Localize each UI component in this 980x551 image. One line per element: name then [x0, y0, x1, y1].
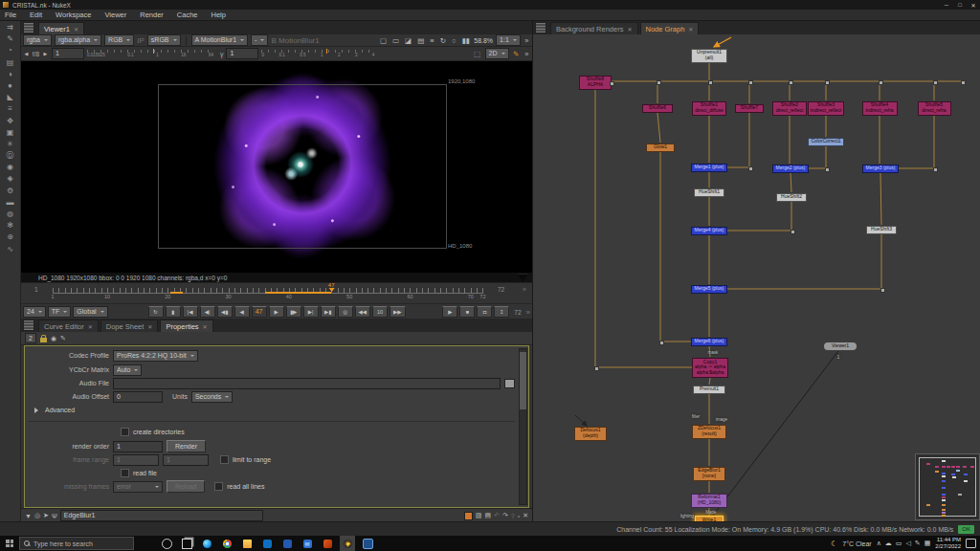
create-directories-checkbox[interactable] — [121, 428, 129, 436]
advanced-label[interactable]: Advanced — [45, 407, 75, 413]
node-glow1[interactable]: Glow1 — [646, 143, 675, 152]
display-mode-select[interactable]: RGB — [104, 34, 134, 46]
mail-icon[interactable]: ✉ — [300, 536, 315, 551]
toolsets-icon[interactable]: ⚙ — [7, 187, 13, 195]
edit-pencil-icon[interactable]: ✎ — [60, 335, 66, 342]
properties-scrollbar[interactable] — [519, 348, 527, 505]
node-shuffle1[interactable]: Shuffle1direct_diffuse — [692, 101, 726, 116]
step-forward-button[interactable]: ▮▶ — [286, 306, 301, 318]
merge-icon[interactable]: ≡ — [8, 104, 12, 113]
fps-select[interactable]: 24 — [23, 306, 46, 318]
close-panel-icon[interactable]: ✕ — [523, 512, 528, 519]
wave-icon[interactable]: ∿ — [7, 245, 13, 253]
maximize-button[interactable]: □ — [953, 2, 967, 9]
branch-icon[interactable]: Ψ — [52, 513, 57, 519]
close-icon[interactable]: ✕ — [203, 323, 208, 330]
layers-icon[interactable]: ▤ — [416, 36, 426, 45]
frame-increment-field[interactable]: 10 — [372, 306, 388, 318]
gain-field[interactable]: 1 — [52, 48, 84, 59]
menu-workspace[interactable]: Workspace — [56, 11, 91, 19]
file-explorer-icon[interactable] — [239, 536, 255, 551]
last-frame-button[interactable]: ▶▮ — [321, 306, 336, 318]
collapse-triangle-icon[interactable]: ▼ — [25, 513, 32, 519]
next-aperture-icon[interactable]: ▶ — [42, 51, 49, 56]
viewer-image-area[interactable]: 1920,1080 HD_1080 — [21, 61, 532, 273]
menu-viewer[interactable]: Viewer — [104, 11, 126, 19]
range-button[interactable]: ▮ — [166, 306, 181, 318]
node-merge5[interactable]: Merge5 (plus) — [691, 285, 727, 294]
eye-icon[interactable]: ◉ — [51, 335, 56, 342]
touch-keyboard-icon[interactable]: ▦ — [924, 540, 931, 547]
cortana-icon[interactable] — [159, 536, 174, 551]
minimize-button[interactable]: ─ — [940, 2, 953, 9]
current-frame-field[interactable]: 47 — [252, 306, 267, 318]
panel-menu-icon[interactable] — [23, 22, 34, 33]
b-input-select[interactable]: B MotionBlur1 — [271, 36, 319, 45]
night-light-icon[interactable]: ☾ — [831, 540, 837, 548]
plugin-icon[interactable]: ⊕ — [7, 232, 13, 241]
advanced-expander-icon[interactable] — [34, 408, 41, 413]
skip-back-button[interactable]: ◀◀ — [355, 306, 370, 318]
limit-to-range-checkbox[interactable] — [220, 455, 229, 464]
lock-icon[interactable] — [40, 338, 47, 342]
prev-aperture-icon[interactable]: ◀ — [23, 51, 30, 56]
close-icon[interactable]: ✕ — [74, 26, 78, 33]
play-forward-button[interactable]: ▶ — [269, 306, 284, 318]
tab-background-renders[interactable]: Background Renders✕ — [550, 22, 638, 34]
menu-render[interactable]: Render — [140, 11, 164, 19]
pause-icon[interactable]: ▮▮ — [460, 36, 471, 45]
node-shuffle4[interactable]: Shuffle4indirect_refra — [862, 101, 898, 116]
open-panels-count[interactable]: 2 — [25, 333, 36, 343]
node-copy1[interactable]: Copy1alpha -> alphaalpha:$alpha — [692, 358, 728, 378]
start-button[interactable] — [0, 536, 19, 551]
tab-viewer1[interactable]: Viewer1 ✕ — [38, 22, 84, 34]
range-scope-select[interactable]: Global — [73, 306, 107, 318]
deep-icon[interactable]: Ⓓ — [7, 151, 14, 160]
render-order-field[interactable]: 1 — [113, 441, 163, 452]
gain-slider[interactable]: 0.0156250.111664 — [87, 49, 213, 59]
menu-edit[interactable]: Edit — [30, 11, 42, 19]
float-panel-icon[interactable]: ▫ — [518, 513, 520, 519]
node-edgeblur1[interactable]: EdgeBlur1[none] — [693, 467, 725, 481]
node-merge3[interactable]: Merge3 (plus) — [862, 165, 899, 173]
channel-mask-icon[interactable]: ▨ — [476, 512, 482, 519]
node-color-swatch[interactable] — [464, 512, 473, 520]
roi-icon[interactable]: ⬚ — [472, 50, 481, 58]
refresh-icon[interactable]: ↻ — [438, 36, 447, 45]
node-shuffle5[interactable]: Shuffle5direct_refra — [918, 101, 951, 116]
overflow-icon[interactable]: » — [523, 50, 530, 58]
color-icon[interactable]: ◑ — [8, 70, 12, 78]
overflow-icon[interactable]: » — [526, 308, 530, 317]
export-icon[interactable]: ↥ — [494, 306, 509, 318]
toolbar-menu-icon[interactable]: ⇉ — [7, 23, 13, 32]
node-graph-minimap[interactable] — [915, 453, 980, 520]
flag-button[interactable]: ◎ — [338, 306, 353, 318]
scrollbar-thumb[interactable] — [520, 352, 526, 409]
node-name-field[interactable]: EdgeBlur1 — [60, 510, 263, 521]
close-button[interactable]: ✕ — [967, 2, 980, 9]
store-icon[interactable] — [259, 536, 275, 551]
node-zdefocus1[interactable]: ZDefocus1(result) — [692, 425, 726, 439]
close-icon[interactable]: ✕ — [147, 323, 152, 330]
task-view-icon[interactable] — [179, 536, 194, 551]
file-browser-icon[interactable] — [504, 379, 515, 388]
node-merge2[interactable]: Merge2 (plus) — [772, 165, 809, 173]
node-shuffle3[interactable]: Shuffle3indirect_reflect — [808, 101, 844, 116]
chrome-icon[interactable] — [219, 536, 234, 551]
node-shuffle8[interactable]: Shuffle8ALPHA — [579, 76, 612, 90]
other-icon[interactable]: ▬ — [7, 198, 14, 207]
loop-mode-button[interactable]: ↻ — [148, 306, 164, 318]
window-icon[interactable] — [360, 536, 375, 551]
timecode-select[interactable]: TF — [48, 306, 72, 318]
presets-icon[interactable]: ▤ — [484, 512, 491, 519]
render-button[interactable]: Render — [167, 440, 206, 452]
colorspace-select[interactable]: sRGB — [147, 34, 181, 46]
tab-curve-editor[interactable]: Curve Editor✕ — [38, 320, 99, 332]
skip-forward-button[interactable]: ▶▶ — [390, 306, 405, 318]
missing-frames-select[interactable]: error — [113, 481, 163, 493]
node-shuffle6[interactable]: Shuffle6 — [642, 104, 673, 113]
ycbcr-matrix-select[interactable]: Auto — [113, 364, 142, 376]
node-colorcorrect1[interactable]: ColorCorrect1 — [808, 138, 844, 146]
center-node-icon[interactable]: ◎ — [34, 512, 40, 519]
ab-mode-select[interactable]: - — [251, 34, 268, 46]
